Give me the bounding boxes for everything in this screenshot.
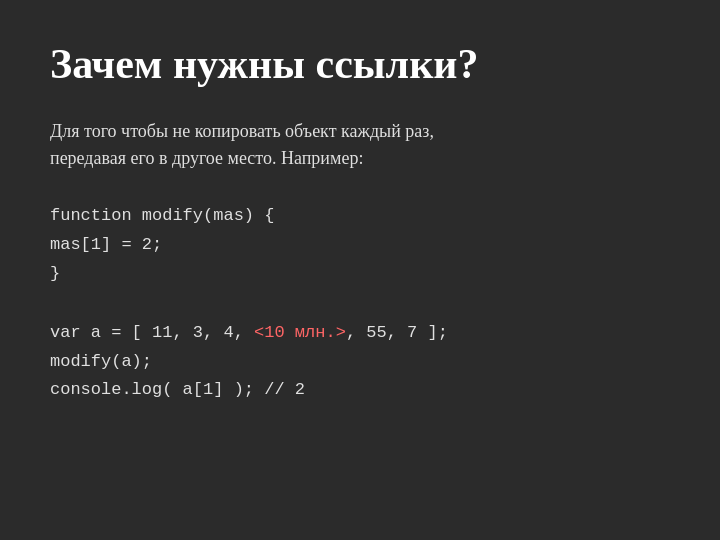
code-modify-call: modify(a);: [50, 352, 152, 371]
slide-description: Для того чтобы не копировать объект кажд…: [50, 118, 670, 172]
description-line2: передавая его в другое место. Например:: [50, 148, 363, 168]
code-var-suffix: , 55, 7 ];: [346, 323, 448, 342]
code-closing-brace: }: [50, 264, 60, 283]
code-console-log: console.log( a[1] ); // 2: [50, 380, 305, 399]
code-section-1: function modify(mas) { mas[1] = 2; }: [50, 202, 670, 289]
code-var-prefix: var a = [ 11, 3, 4,: [50, 323, 254, 342]
code-line-2: mas[1] = 2;: [50, 231, 670, 260]
code-section-2: var a = [ 11, 3, 4, <10 млн.>, 55, 7 ]; …: [50, 319, 670, 406]
code-mas-assignment: mas[1] = 2;: [50, 235, 162, 254]
code-var-highlight: <10 млн.>: [254, 323, 346, 342]
code-line-var: var a = [ 11, 3, 4, <10 млн.>, 55, 7 ];: [50, 319, 670, 348]
code-line-console: console.log( a[1] ); // 2: [50, 376, 670, 405]
code-line-modify: modify(a);: [50, 348, 670, 377]
code-function-keyword: function modify(mas) {: [50, 206, 274, 225]
slide-title: Зачем нужны ссылки?: [50, 40, 670, 88]
description-line1: Для того чтобы не копировать объект кажд…: [50, 121, 434, 141]
slide: Зачем нужны ссылки? Для того чтобы не ко…: [0, 0, 720, 540]
code-line-1: function modify(mas) {: [50, 202, 670, 231]
code-line-3: }: [50, 260, 670, 289]
